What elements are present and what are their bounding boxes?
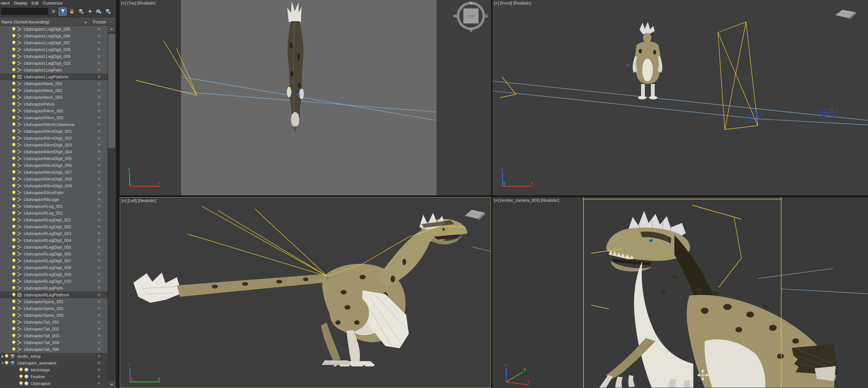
light-bulb-icon[interactable] (12, 129, 16, 134)
list-item[interactable]: UtahraptorNeck_001✳ (0, 80, 108, 87)
snowflake-icon[interactable]: ✳ (93, 75, 105, 79)
list-item[interactable]: UtahraptorTail_002✳ (0, 326, 108, 332)
menu-display[interactable]: Display (14, 1, 31, 5)
snowflake-icon[interactable]: ✳ (93, 333, 105, 338)
menu-edit[interactable]: Edit (31, 1, 43, 5)
list-item[interactable]: UtahraptorRLegDigit_007✳ (0, 257, 108, 264)
select-by-layer-button[interactable] (104, 8, 112, 16)
list-item[interactable]: UtahraptorSpine_002✳ (0, 305, 108, 312)
list-item[interactable]: UtahraptorRLegDigit_006✳ (0, 251, 108, 257)
light-bulb-icon[interactable] (5, 354, 9, 359)
viewport-top-label[interactable]: [+] [Top] [Realistic] (121, 1, 155, 5)
snowflake-icon[interactable]: ✳ (93, 190, 105, 195)
light-bulb-icon[interactable] (12, 81, 16, 86)
light-bulb-icon[interactable] (12, 340, 16, 345)
light-bulb-icon[interactable] (12, 286, 16, 291)
list-item[interactable]: UtahraptorTail_001✳ (0, 319, 108, 326)
snowflake-icon[interactable]: ✳ (93, 347, 105, 352)
list-item[interactable]: UtahraptorLLegPlatform✳ (0, 73, 108, 80)
light-bulb-icon[interactable] (19, 368, 23, 372)
list-item[interactable]: Feather✳ (0, 373, 108, 380)
light-bulb-icon[interactable] (12, 150, 16, 154)
light-bulb-icon[interactable] (5, 361, 9, 366)
snowflake-icon[interactable]: ✳ (93, 184, 105, 188)
list-item[interactable]: UtahraptorRLegDigit_003✳ (0, 230, 108, 237)
list-item[interactable]: UtahraptorTail_004✳ (0, 339, 108, 346)
search-input[interactable] (1, 8, 48, 15)
light-bulb-icon[interactable] (12, 61, 16, 66)
light-bulb-icon[interactable] (12, 34, 16, 39)
list-item[interactable]: UtahraptorRArmDigit_006✳ (0, 162, 108, 169)
list-item[interactable]: ▶studio_setup✳ (0, 353, 108, 360)
list-item[interactable]: UtahraptorRArmDigit_005✳ (0, 155, 108, 162)
viewport-front-label[interactable]: [+] [Front] [Realistic] (494, 1, 531, 5)
light-bulb-icon[interactable] (12, 47, 16, 52)
snowflake-icon[interactable]: ✳ (93, 245, 105, 249)
snowflake-icon[interactable]: ✳ (93, 109, 105, 113)
list-item[interactable]: UtahraptorRArmDigit_003✳ (0, 142, 108, 148)
snowflake-icon[interactable]: ✳ (93, 272, 105, 277)
scrollbar-thumb[interactable] (108, 34, 115, 148)
light-bulb-icon[interactable] (19, 374, 23, 379)
list-item[interactable]: UtahraptorRArm_001✳ (0, 108, 108, 114)
snowflake-icon[interactable]: ✳ (93, 361, 105, 365)
light-bulb-icon[interactable] (12, 279, 16, 284)
list-item[interactable]: UtahraptorLLegPalm✳ (0, 67, 108, 73)
list-item[interactable]: UtahraptorLLegDigit_006✳ (0, 33, 108, 39)
light-bulb-icon[interactable] (12, 122, 16, 127)
light-bulb-icon[interactable] (12, 306, 16, 311)
snowflake-icon[interactable]: ✳ (93, 231, 105, 236)
light-bulb-icon[interactable] (12, 102, 16, 107)
snowflake-icon[interactable]: ✳ (93, 238, 105, 243)
light-bulb-icon[interactable] (12, 156, 16, 161)
snowflake-icon[interactable]: ✳ (93, 211, 105, 215)
list-item[interactable]: UtahraptorRLeg_002✳ (0, 210, 108, 217)
light-bulb-icon[interactable] (12, 313, 16, 318)
light-bulb-icon[interactable] (12, 224, 16, 229)
list-item[interactable]: UtahraptorRLegDigit_010✳ (0, 278, 108, 285)
light-bulb-icon[interactable] (12, 238, 16, 243)
list-item[interactable]: Utahraptor✳ (0, 380, 108, 387)
snowflake-icon[interactable]: ✳ (93, 150, 105, 154)
viewport-render-camera[interactable]: [+] [render_camera_003] [Realistic] (493, 197, 868, 388)
light-bulb-icon[interactable] (12, 245, 16, 250)
hide-layers-button[interactable] (77, 8, 85, 16)
scroll-up-button[interactable] (108, 26, 116, 32)
snowflake-icon[interactable]: ✳ (93, 88, 105, 93)
light-bulb-icon[interactable] (12, 163, 16, 168)
light-bulb-icon[interactable] (12, 272, 16, 277)
light-bulb-icon[interactable] (19, 381, 23, 386)
list-item[interactable]: UtahraptorRLegDigit_002✳ (0, 223, 108, 230)
light-bulb-icon[interactable] (12, 299, 16, 304)
snowflake-icon[interactable]: ✳ (93, 259, 105, 263)
snowflake-icon[interactable]: ✳ (93, 279, 105, 284)
list-item[interactable]: UtahraptorLLegDigit_005✳ (0, 26, 108, 33)
list-item[interactable]: UtahraptorRArmDigit_002✳ (0, 135, 108, 142)
light-bulb-icon[interactable] (12, 177, 16, 182)
snowflake-icon[interactable]: ✳ (93, 381, 105, 386)
list-item[interactable]: UtahraptorNeck_002✳ (0, 87, 108, 94)
snowflake-icon[interactable]: ✳ (93, 340, 105, 345)
list-item[interactable]: UtahraptorRLegPalm✳ (0, 285, 108, 291)
light-bulb-icon[interactable] (12, 170, 16, 175)
list-item[interactable]: UtahraptorRArmDigit_007✳ (0, 169, 108, 176)
snowflake-icon[interactable]: ✳ (93, 47, 105, 52)
snowflake-icon[interactable]: ✳ (93, 224, 105, 229)
list-item[interactable]: UtahraptorRArmPalm✳ (0, 189, 108, 196)
light-bulb-icon[interactable] (12, 136, 16, 141)
list-item[interactable]: UtahraptorRArmDigit_001✳ (0, 128, 108, 135)
list-item[interactable]: UtahraptorLLegDigit_008✳ (0, 46, 108, 53)
list-item[interactable]: UtahraptorSpine_001✳ (0, 298, 108, 305)
snowflake-icon[interactable]: ✳ (93, 313, 105, 318)
light-bulb-icon[interactable] (12, 95, 16, 100)
light-bulb-icon[interactable] (12, 197, 16, 202)
snowflake-icon[interactable]: ✳ (93, 170, 105, 175)
frozen-column-header[interactable]: Frozen (93, 20, 106, 24)
snowflake-icon[interactable]: ✳ (93, 41, 105, 45)
list-item[interactable]: UtahraptorRLegDigit_001✳ (0, 217, 108, 223)
light-bulb-icon[interactable] (12, 184, 16, 189)
clear-search-button[interactable]: ✕ (50, 8, 58, 16)
snowflake-icon[interactable]: ✳ (93, 102, 105, 106)
light-bulb-icon[interactable] (12, 327, 16, 332)
list-item[interactable]: UtahraptorLLegDigit_009✳ (0, 53, 108, 60)
